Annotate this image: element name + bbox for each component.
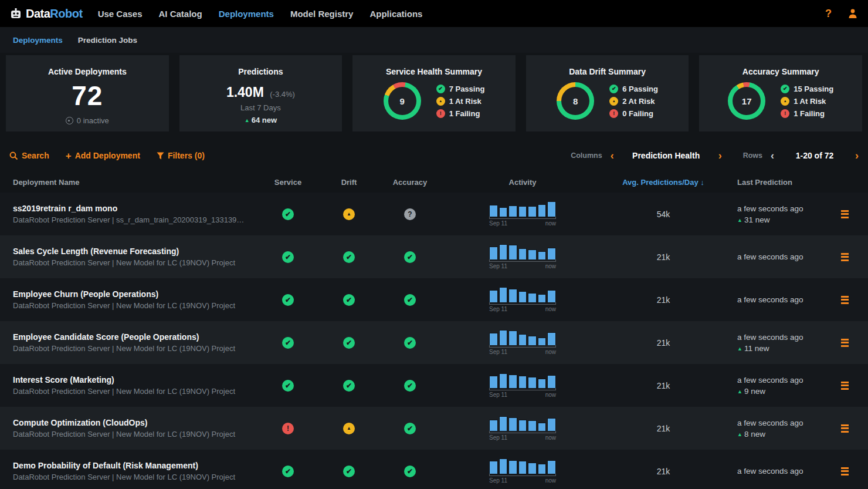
row-menu-button[interactable]	[841, 467, 849, 475]
deployment-name[interactable]: Sales Cycle Length (Revenue Forecasting)	[13, 247, 257, 256]
accuracy-status-icon: ✔	[404, 466, 416, 477]
deployment-subtitle: DataRobot Prediction Server | ss_r_dam_t…	[13, 215, 257, 224]
datarobot-logo[interactable]: DataRobot	[9, 7, 83, 21]
deployment-name[interactable]: Employee Churn (People Operations)	[13, 289, 257, 299]
service-health-legend: ✔7 Passing ▲1 At Risk !1 Failing	[436, 85, 485, 118]
header-service: Service	[257, 178, 318, 187]
accuracy-status-icon: ✔	[404, 423, 416, 434]
inactive-count: 0 inactive	[14, 116, 161, 125]
active-deployments-count: 72	[14, 80, 161, 112]
at-risk-icon: ▲	[609, 97, 618, 106]
table-row[interactable]: Sales Cycle Length (Revenue Forecasting)…	[0, 235, 868, 278]
header-accuracy: Accuracy	[379, 178, 440, 187]
avg-predictions-value: 54k	[605, 210, 722, 219]
breadcrumb: Deployments Prediction Jobs	[0, 27, 868, 53]
nav-item-applications[interactable]: Applications	[369, 9, 422, 19]
accuracy-status-icon: ?	[404, 208, 416, 220]
service-status-icon: ✔	[282, 294, 294, 306]
card-predictions: Predictions 1.40M (-3.4%) Last 7 Days ▲6…	[179, 55, 343, 131]
table-row[interactable]: Employee Churn (People Operations) DataR…	[0, 278, 868, 321]
last-prediction-time: a few seconds ago	[737, 467, 830, 475]
last-prediction-time: a few seconds ago	[737, 252, 830, 261]
accuracy-status-icon: ✔	[404, 380, 416, 392]
card-title: Accuracy Summary	[707, 67, 854, 76]
breadcrumb-deployments[interactable]: Deployments	[13, 36, 63, 45]
add-deployment-button[interactable]: + Add Deployment	[66, 151, 140, 161]
predictions-value: 1.40M	[226, 85, 264, 100]
nav-item-use-cases[interactable]: Use Cases	[98, 9, 143, 19]
nav-item-model-registry[interactable]: Model Registry	[290, 9, 354, 19]
accuracy-status-icon: ✔	[404, 337, 416, 349]
search-button[interactable]: Search	[9, 151, 49, 160]
service-health-donut: 9	[384, 82, 421, 120]
avg-predictions-value: 21k	[605, 252, 722, 262]
up-triangle-icon: ▲	[737, 389, 742, 394]
table-row[interactable]: Interest Score (Marketing) DataRobot Pre…	[0, 364, 868, 407]
deployment-name[interactable]: ss2019retrain r_dam mono	[13, 204, 257, 213]
help-icon[interactable]: ?	[825, 8, 832, 20]
header-activity: Activity	[440, 178, 605, 187]
accuracy-status-icon: ✔	[404, 294, 416, 306]
card-title: Service Health Summary	[361, 67, 507, 76]
deployment-subtitle: DataRobot Prediction Server | New Model …	[13, 301, 257, 310]
rows-next-chevron[interactable]: ›	[855, 150, 859, 161]
avg-predictions-value: 21k	[605, 467, 722, 476]
table-row[interactable]: Compute Optimization (CloudOps) DataRobo…	[0, 407, 868, 450]
table-row[interactable]: ss2019retrain r_dam mono DataRobot Predi…	[0, 193, 868, 235]
columns-prev-chevron[interactable]: ‹	[611, 150, 614, 161]
service-status-icon: ✔	[282, 251, 294, 263]
drift-status-icon: ✔	[343, 380, 355, 392]
user-profile-icon[interactable]	[847, 8, 859, 19]
activity-sparkline: Sep 11now	[489, 373, 556, 398]
nav-item-ai-catalog[interactable]: AI Catalog	[159, 9, 202, 19]
card-accuracy: Accuracy Summary 17 ✔15 Passing ▲1 At Ri…	[699, 55, 862, 131]
avg-predictions-value: 21k	[605, 381, 722, 390]
failing-icon: !	[436, 109, 445, 118]
activity-sparkline: Sep 11now	[489, 330, 556, 355]
columns-view-value: Prediction Health	[622, 151, 710, 160]
header-avg-predictions-sort[interactable]: Avg. Predictions/Day ↓	[605, 178, 722, 187]
service-status-icon: ✔	[282, 380, 294, 392]
new-predictions: ▲8 new	[737, 430, 830, 439]
deployment-name[interactable]: Employee Candidate Score (People Operati…	[13, 332, 257, 342]
activity-sparkline: Sep 11now	[489, 458, 556, 484]
deployment-name[interactable]: Interest Score (Marketing)	[13, 375, 257, 385]
donut-total: 9	[388, 87, 416, 115]
card-title: Predictions	[188, 67, 334, 76]
row-menu-button[interactable]	[841, 296, 849, 304]
predictions-period: Last 7 Days	[188, 103, 334, 112]
row-menu-button[interactable]	[841, 382, 849, 390]
passing-icon: ✔	[781, 85, 789, 93]
row-menu-button[interactable]	[841, 424, 849, 433]
row-menu-button[interactable]	[841, 210, 849, 218]
plus-icon: +	[66, 151, 72, 161]
robot-head-icon	[9, 8, 22, 19]
breadcrumb-prediction-jobs[interactable]: Prediction Jobs	[78, 36, 137, 45]
table-row[interactable]: Demo Probability of Default (Risk Manage…	[0, 450, 868, 489]
table-row[interactable]: Employee Candidate Score (People Operati…	[0, 321, 868, 364]
at-risk-icon: ▲	[781, 97, 789, 106]
new-predictions: ▲9 new	[737, 387, 830, 396]
table-header-row: Deployment Name Service Drift Accuracy A…	[0, 171, 868, 193]
up-triangle-icon: ▲	[737, 346, 742, 352]
at-risk-icon: ▲	[436, 97, 445, 106]
columns-label: Columns	[571, 151, 602, 160]
rows-label: Rows	[743, 151, 762, 160]
activity-sparkline: Sep 11now	[489, 287, 556, 312]
donut-total: 8	[561, 87, 589, 115]
deployment-name[interactable]: Compute Optimization (CloudOps)	[13, 418, 257, 427]
search-icon	[9, 151, 18, 160]
filter-funnel-icon	[157, 152, 164, 160]
rows-prev-chevron[interactable]: ‹	[771, 150, 774, 161]
nav-item-deployments[interactable]: Deployments	[219, 9, 274, 19]
new-predictions: ▲11 new	[737, 344, 830, 353]
deployment-subtitle: DataRobot Prediction Server | New Model …	[13, 387, 257, 396]
filters-button[interactable]: Filters (0)	[157, 151, 205, 160]
deployment-name[interactable]: Demo Probability of Default (Risk Manage…	[13, 461, 257, 470]
columns-next-chevron[interactable]: ›	[718, 150, 722, 161]
drift-status-icon: ✔	[343, 466, 355, 477]
row-menu-button[interactable]	[841, 339, 849, 347]
row-menu-button[interactable]	[841, 253, 849, 261]
deployment-subtitle: DataRobot Prediction Server | New Model …	[13, 430, 257, 439]
last-prediction-time: a few seconds ago	[737, 333, 830, 342]
